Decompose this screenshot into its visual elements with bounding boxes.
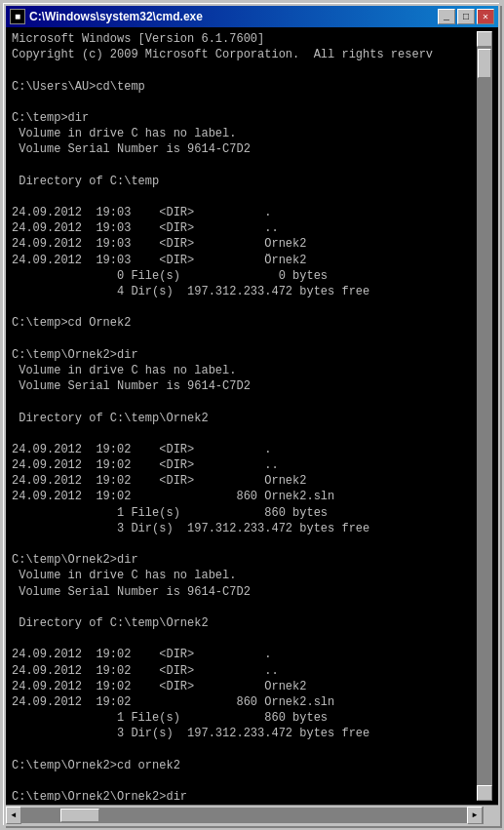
scroll-right-button[interactable]: ► — [467, 807, 483, 824]
scroll-up-button[interactable]: ▲ — [477, 31, 492, 47]
title-buttons: _ □ ✕ — [438, 9, 494, 24]
horizontal-scroll-track[interactable] — [21, 808, 467, 823]
terminal-output[interactable]: Microsoft Windows [Version 6.1.7600] Cop… — [12, 31, 477, 801]
scroll-track[interactable] — [477, 47, 492, 785]
vertical-scrollbar[interactable]: ▲ ▼ — [477, 31, 492, 801]
window-icon: ■ — [10, 9, 25, 24]
cmd-window: ■ C:\Windows\system32\cmd.exe _ □ ✕ Micr… — [4, 4, 500, 826]
horizontal-scroll-thumb[interactable] — [60, 809, 99, 822]
scroll-thumb[interactable] — [478, 49, 491, 78]
title-bar-left: ■ C:\Windows\system32\cmd.exe — [10, 9, 203, 24]
scroll-left-button[interactable]: ◄ — [6, 807, 21, 824]
horizontal-scrollbar-bar: ◄ ► — [6, 805, 498, 824]
title-bar: ■ C:\Windows\system32\cmd.exe _ □ ✕ — [6, 6, 498, 27]
scrollbar-corner — [483, 807, 498, 824]
minimize-button[interactable]: _ — [438, 9, 455, 24]
content-area: Microsoft Windows [Version 6.1.7600] Cop… — [6, 27, 498, 805]
scroll-down-button[interactable]: ▼ — [477, 785, 492, 801]
window-title: C:\Windows\system32\cmd.exe — [29, 10, 203, 23]
maximize-button[interactable]: □ — [457, 9, 475, 24]
close-button[interactable]: ✕ — [477, 9, 494, 24]
